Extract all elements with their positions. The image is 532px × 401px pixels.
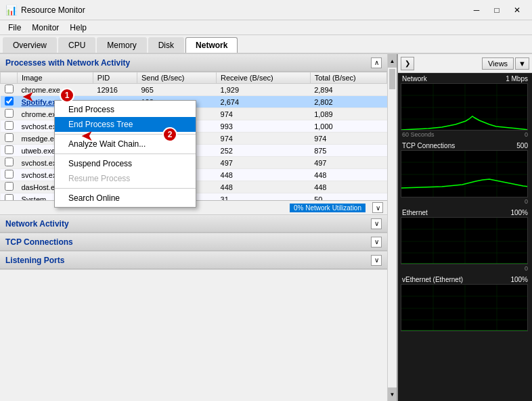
network-activity-header[interactable]: Network Activity ∨ xyxy=(0,215,387,233)
row-total: 50 xyxy=(310,193,386,201)
row-total: 2,894 xyxy=(310,84,386,96)
listening-ports-collapse-btn[interactable]: ∨ xyxy=(371,255,382,266)
tab-overview[interactable]: Overview xyxy=(3,37,57,53)
ethernet-value: 100% xyxy=(510,209,528,216)
row-receive: 448 xyxy=(217,181,311,193)
context-menu-suspend-process[interactable]: Suspend Process xyxy=(55,156,196,171)
ethernet-graph-svg xyxy=(401,218,528,264)
badge-2: 2 ➤ xyxy=(162,127,177,142)
checkbox[interactable] xyxy=(5,97,14,105)
ethernet-graph-section: Ethernet 100% 0 xyxy=(398,207,532,274)
row-checkbox[interactable] xyxy=(1,145,18,157)
tcp-graph-svg xyxy=(401,151,528,197)
row-checkbox[interactable] xyxy=(1,193,18,201)
network-activity-section: Network Activity ∨ xyxy=(0,215,387,233)
scroll-up-btn[interactable]: ▲ xyxy=(388,54,397,68)
row-checkbox[interactable] xyxy=(1,169,18,181)
network-time-labels: 60 Seconds 0 xyxy=(401,131,529,139)
context-menu: End Process End Process Tree Analyze Wai… xyxy=(54,100,196,208)
tcp-time-value: 0 xyxy=(525,198,528,205)
processes-section-header[interactable]: Processes with Network Activity ∧ xyxy=(0,54,387,72)
tcp-connections-collapse-btn[interactable]: ∨ xyxy=(371,237,382,247)
row-receive: 974 xyxy=(217,108,311,120)
arrow-1: ➤ xyxy=(22,88,35,105)
views-dropdown-btn[interactable]: ▼ xyxy=(515,57,529,70)
checkbox[interactable] xyxy=(5,133,14,142)
row-total: 448 xyxy=(310,181,386,193)
row-checkbox[interactable] xyxy=(1,96,18,108)
row-receive: 448 xyxy=(217,169,311,181)
scroll-track[interactable] xyxy=(388,68,397,387)
tab-disk[interactable]: Disk xyxy=(148,37,184,53)
tab-memory[interactable]: Memory xyxy=(97,37,146,53)
badge-number-2: 2 xyxy=(162,127,177,142)
expand-button[interactable]: ❯ xyxy=(401,57,414,70)
row-receive: 497 xyxy=(217,157,311,169)
listening-ports-section: Listening Ports ∨ xyxy=(0,252,387,270)
row-checkbox[interactable] xyxy=(1,120,18,133)
right-panel-header: ❯ Views ▼ xyxy=(398,54,532,73)
col-pid[interactable]: PID xyxy=(93,72,137,84)
col-image[interactable]: Image xyxy=(18,72,93,84)
network-util-label: 0% Network Utilization xyxy=(294,204,361,212)
network-graph-section: Network 1 Mbps 60 Seconds 0 xyxy=(398,73,532,140)
context-menu-resume-process: Resume Process xyxy=(55,171,196,186)
menu-file[interactable]: File xyxy=(3,22,26,34)
row-receive: 1,929 xyxy=(217,84,311,96)
tab-network[interactable]: Network xyxy=(185,37,238,53)
tcp-graph-canvas xyxy=(401,150,528,197)
network-activity-title: Network Activity xyxy=(5,219,69,229)
network-graph-canvas xyxy=(401,83,528,131)
badge-1: 1 ➤ xyxy=(60,88,74,103)
maximize-button[interactable]: □ xyxy=(487,3,506,18)
menu-monitor[interactable]: Monitor xyxy=(26,22,64,34)
title-bar: 📊 Resource Monitor ─ □ ✕ xyxy=(0,0,532,20)
col-total[interactable]: Total (B/sec) xyxy=(310,72,386,84)
context-menu-end-process[interactable]: End Process xyxy=(55,102,196,117)
checkbox[interactable] xyxy=(5,194,14,200)
network-value: 1 Mbps xyxy=(506,75,528,82)
row-receive: 252 xyxy=(217,145,311,157)
col-send[interactable]: Send (B/sec) xyxy=(137,72,216,84)
row-checkbox[interactable] xyxy=(1,181,18,193)
row-checkbox[interactable] xyxy=(1,157,18,169)
row-checkbox[interactable] xyxy=(1,133,18,145)
minimize-button[interactable]: ─ xyxy=(467,3,486,18)
menu-help[interactable]: Help xyxy=(64,22,92,34)
scroll-down-btn[interactable]: ▼ xyxy=(388,387,397,401)
tcp-connections-header[interactable]: TCP Connections ∨ xyxy=(0,233,387,251)
checkbox[interactable] xyxy=(5,182,14,191)
tab-bar: Overview CPU Memory Disk Network xyxy=(0,35,532,54)
scroll-thumb[interactable] xyxy=(389,69,395,89)
views-button[interactable]: Views xyxy=(482,57,514,70)
tab-cpu[interactable]: CPU xyxy=(58,37,95,53)
context-menu-separator-3 xyxy=(55,188,196,189)
context-menu-search-online[interactable]: Search Online xyxy=(55,191,196,206)
network-activity-collapse-btn[interactable]: ∨ xyxy=(371,218,382,229)
row-total: 1,000 xyxy=(310,120,386,133)
vethernet-graph-label: vEthernet (Ethernet) 100% xyxy=(401,275,529,284)
checkbox[interactable] xyxy=(5,85,14,93)
net-util-collapse-btn[interactable]: ∨ xyxy=(372,202,383,213)
table-row[interactable]: chrome.exe 12916 965 1,929 2,894 xyxy=(1,84,387,96)
listening-ports-title: Listening Ports xyxy=(5,256,64,265)
vertical-scrollbar[interactable]: ▲ ▼ xyxy=(387,54,397,401)
vethernet-graph-svg xyxy=(401,285,528,331)
listening-ports-header[interactable]: Listening Ports ∨ xyxy=(0,252,387,269)
close-button[interactable]: ✕ xyxy=(508,3,527,18)
checkbox[interactable] xyxy=(5,145,14,154)
row-checkbox[interactable] xyxy=(1,108,18,120)
col-receive[interactable]: Receive (B/sec) xyxy=(217,72,311,84)
ethernet-graph-label: Ethernet 100% xyxy=(401,208,529,217)
processes-collapse-btn[interactable]: ∧ xyxy=(371,57,382,68)
checkbox[interactable] xyxy=(5,170,14,179)
row-checkbox[interactable] xyxy=(1,84,18,96)
checkbox[interactable] xyxy=(5,121,14,130)
tcp-label: TCP Connections xyxy=(402,142,455,149)
row-receive: 2,674 xyxy=(217,96,311,108)
checkbox[interactable] xyxy=(5,158,14,166)
row-total: 1,089 xyxy=(310,108,386,120)
checkbox[interactable] xyxy=(5,109,14,118)
row-total: 875 xyxy=(310,145,386,157)
title-bar-title: Resource Monitor xyxy=(21,5,85,15)
